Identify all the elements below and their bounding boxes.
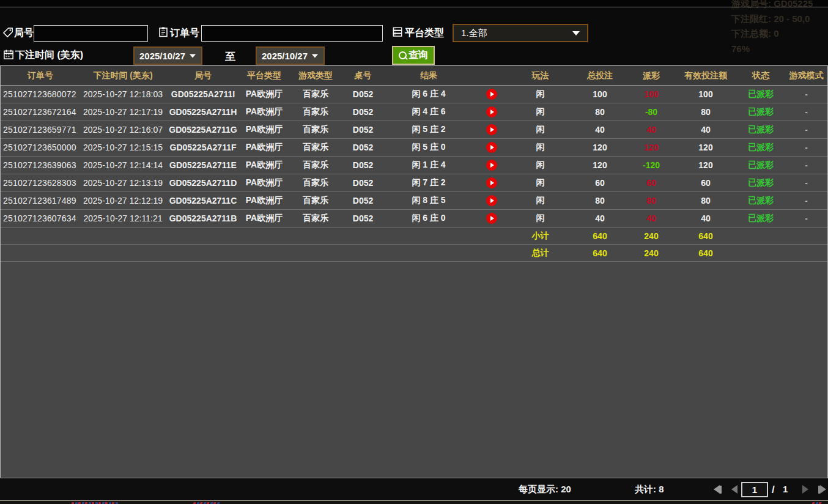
table-number-cell: D052 — [343, 196, 383, 206]
status-badge: 已派彩 — [736, 106, 785, 117]
table-number-cell: D052 — [343, 143, 383, 152]
round-number-cell: GD05225A2711I — [166, 89, 240, 99]
subtotal-row-label: 小计 — [508, 231, 572, 242]
payout-cell: -80 — [627, 107, 675, 117]
total-count-label: 共计: 8 — [635, 484, 664, 495]
play-icon[interactable] — [486, 124, 497, 135]
bet-time-cell: 2025-10-27 12:18:03 — [80, 89, 166, 99]
bet-time-cell: 2025-10-27 12:14:14 — [80, 160, 166, 170]
bet-time-cell: 2025-10-27 12:15:15 — [80, 143, 166, 152]
game-type-cell: 百家乐 — [288, 106, 343, 117]
order-number-input[interactable] — [201, 25, 383, 42]
search-button[interactable]: 查询 — [392, 46, 435, 65]
game-mode-cell: - — [785, 160, 827, 170]
table-row: 2510271236500002025-10-27 12:15:15GD0522… — [1, 139, 827, 157]
table-row: 2510271236597712025-10-27 12:16:07GD0522… — [1, 121, 827, 139]
platform-type-select[interactable]: 1.全部 — [453, 24, 588, 42]
payout-cell: 80 — [627, 196, 675, 206]
replay-cell — [475, 177, 508, 188]
payout-sum: 240 — [627, 248, 675, 258]
result-cell: 闲 8 庄 5 — [383, 195, 475, 206]
play-icon[interactable] — [486, 213, 497, 224]
column-header: 有效投注额 — [675, 70, 736, 81]
valid-bet-cell: 100 — [675, 89, 736, 99]
game-mode-cell: - — [785, 143, 827, 152]
platform-cell: PA欧洲厅 — [240, 160, 288, 171]
bet-time-cell: 2025-10-27 12:13:19 — [80, 178, 166, 188]
column-header: 玩法 — [508, 70, 572, 81]
round-filter-label: 局号 — [14, 27, 34, 40]
valid-bet-cell: 120 — [675, 160, 736, 170]
replay-cell — [475, 106, 508, 117]
valid-bet-cell: 40 — [675, 213, 736, 223]
bet-type-cell: 闲 — [508, 124, 572, 135]
column-header: 平台类型 — [240, 70, 288, 81]
status-badge: 已派彩 — [736, 124, 785, 135]
play-icon[interactable] — [486, 160, 497, 171]
play-icon[interactable] — [486, 89, 497, 100]
platform-cell: PA欧洲厅 — [240, 124, 288, 135]
bet-time-cell: 2025-10-27 12:11:21 — [80, 213, 166, 223]
page-number-input[interactable] — [741, 482, 768, 497]
status-badge: 已派彩 — [736, 89, 785, 100]
table-row: 2510271236390632025-10-27 12:14:14GD0522… — [1, 157, 827, 174]
status-badge: 已派彩 — [736, 195, 785, 206]
game-type-cell: 百家乐 — [288, 142, 343, 153]
game-type-cell: 百家乐 — [288, 195, 343, 206]
date-range-to-label: 至 — [225, 50, 235, 64]
table-number-cell: D052 — [343, 89, 383, 99]
table-number-cell: D052 — [343, 160, 383, 170]
first-page-button[interactable] — [714, 484, 722, 494]
result-cell: 闲 6 庄 4 — [383, 89, 475, 100]
status-badge: 已派彩 — [736, 177, 785, 188]
payout-cell: 100 — [627, 89, 675, 99]
result-cell: 闲 4 庄 6 — [383, 106, 475, 117]
bet-type-cell: 闲 — [508, 213, 572, 224]
round-number-cell: GD05225A2711H — [166, 107, 240, 117]
prev-page-button[interactable] — [731, 484, 737, 494]
valid-bet-cell: 80 — [675, 107, 736, 117]
order-number-cell: 251027123672164 — [1, 107, 80, 117]
bet-time-cell: 2025-10-27 12:17:19 — [80, 107, 166, 117]
column-header: 游戏类型 — [288, 70, 343, 81]
total-bet-cell: 60 — [572, 178, 627, 188]
platform-cell: PA欧洲厅 — [240, 106, 288, 117]
replay-cell — [475, 213, 508, 224]
column-header: 派彩 — [627, 70, 675, 81]
play-icon[interactable] — [486, 195, 497, 206]
page-separator: / — [772, 484, 775, 496]
valid-bet-cell: 80 — [675, 196, 736, 206]
last-page-button[interactable] — [818, 484, 826, 494]
total-bet-cell: 80 — [572, 196, 627, 206]
date-to-picker[interactable]: 2025/10/27 — [256, 46, 325, 65]
payout-cell: 40 — [627, 213, 675, 223]
order-number-cell: 251027123639063 — [1, 160, 80, 170]
play-icon[interactable] — [486, 106, 497, 117]
play-icon[interactable] — [486, 142, 497, 153]
payout-cell: -120 — [627, 160, 675, 170]
status-badge: 已派彩 — [736, 160, 785, 171]
platform-cell: PA欧洲厅 — [240, 195, 288, 206]
payout-cell: 60 — [627, 178, 675, 188]
table-row: 2510271236283032025-10-27 12:13:19GD0522… — [1, 174, 827, 192]
order-number-cell: 251027123650000 — [1, 143, 80, 152]
date-from-picker[interactable]: 2025/10/27 — [133, 46, 202, 65]
status-badge: 已派彩 — [736, 213, 785, 224]
payout-cell: 40 — [627, 125, 675, 135]
search-button-label: 查询 — [408, 49, 428, 62]
table-number-cell: D052 — [343, 107, 383, 117]
replay-cell — [475, 160, 508, 171]
replay-cell — [475, 124, 508, 135]
play-icon[interactable] — [486, 177, 497, 188]
round-number-cell: GD05225A2711F — [166, 143, 240, 152]
order-number-cell: 251027123659771 — [1, 125, 80, 135]
table-row: 2510271236800722025-10-27 12:18:03GD0522… — [1, 86, 827, 103]
round-input[interactable] — [34, 25, 148, 42]
game-mode-cell: - — [785, 107, 827, 117]
platform-filter-label: 平台类型 — [405, 27, 444, 40]
valid-bet-cell: 40 — [675, 125, 736, 135]
order-number-cell: 251027123680072 — [1, 89, 80, 99]
column-header: 结果 — [383, 70, 475, 81]
result-cell: 闲 1 庄 4 — [383, 160, 475, 171]
next-page-button[interactable] — [802, 484, 808, 494]
